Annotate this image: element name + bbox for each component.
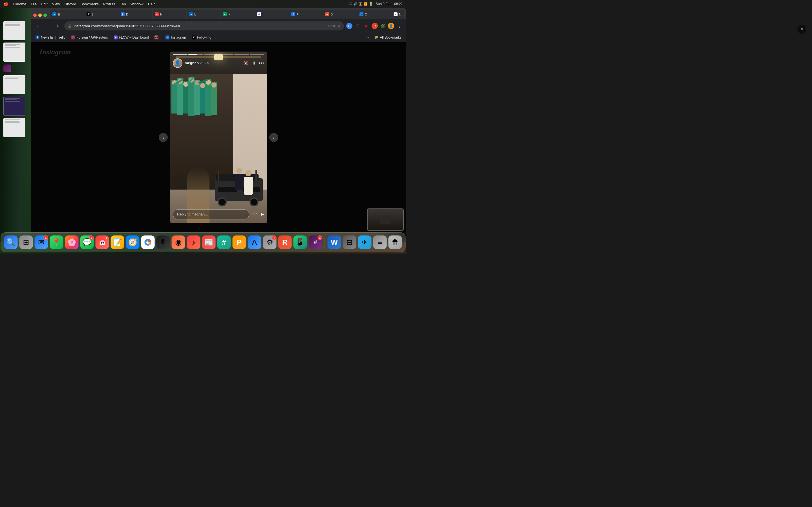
- tab-fb2[interactable]: f F: [289, 10, 323, 19]
- figure-man: [235, 168, 243, 189]
- story-share-button[interactable]: ➤: [260, 211, 264, 217]
- story-reply-input[interactable]: Reply to meghan...: [173, 209, 249, 219]
- menu-chrome[interactable]: Chrome: [13, 2, 26, 6]
- dock-pages[interactable]: P: [233, 235, 246, 249]
- dock-news[interactable]: 📰: [202, 235, 216, 249]
- tab-k[interactable]: K K: [221, 10, 255, 19]
- toolbar-shield-icon[interactable]: 🛡: [354, 22, 361, 30]
- dock-calendar[interactable]: 📅 9: [96, 235, 109, 249]
- bookmark-reuters[interactable]: 🌐 Foreign / AP/Reuters: [69, 34, 110, 41]
- menu-profiles[interactable]: Profiles: [103, 2, 115, 6]
- pip-icon[interactable]: 👁: [333, 24, 336, 28]
- dock-mindnode[interactable]: ◉: [172, 235, 185, 249]
- dock-music[interactable]: ♪: [187, 235, 200, 249]
- thumb-1[interactable]: [3, 21, 26, 40]
- tab-title-outlook: E: [58, 13, 82, 16]
- reply-placeholder: Reply to meghan...: [177, 212, 208, 216]
- settings-icon: ⚙: [266, 238, 273, 247]
- thumb-3[interactable]: [3, 75, 26, 94]
- menu-file[interactable]: File: [31, 2, 37, 6]
- story-username[interactable]: meghan: [185, 61, 199, 65]
- tab-bluesky[interactable]: 🦋 C: [357, 10, 391, 19]
- toolbar-youtube-icon[interactable]: ▶: [363, 22, 370, 30]
- all-bookmarks-label: All Bookmarks: [380, 36, 402, 40]
- apple-menu[interactable]: 🍎: [3, 1, 9, 6]
- dock-voice-memos[interactable]: 🎙: [156, 235, 170, 249]
- close-button[interactable]: [33, 13, 37, 17]
- thumb-2[interactable]: [3, 43, 26, 62]
- tab-notion[interactable]: N N: [391, 10, 404, 19]
- dock-settings[interactable]: ⚙ !: [263, 235, 276, 249]
- bookmark-star-icon[interactable]: ☆: [338, 24, 341, 28]
- bookmark-overflow-btn[interactable]: »: [365, 35, 371, 40]
- thumb-4-dark[interactable]: [3, 97, 26, 116]
- story-next-button[interactable]: ›: [269, 133, 278, 142]
- tab-title-x: (: [92, 13, 116, 16]
- menu-help[interactable]: Help: [148, 2, 156, 6]
- menu-window[interactable]: Window: [130, 2, 143, 6]
- tab-news1[interactable]: N N: [153, 10, 186, 19]
- dock-stacks[interactable]: ≡: [373, 235, 387, 249]
- menu-tab[interactable]: Tab: [120, 2, 126, 6]
- dock-finder[interactable]: 🔍: [4, 235, 18, 249]
- tab-linkedin[interactable]: in L: [187, 10, 220, 19]
- menu-bookmarks[interactable]: Bookmarks: [80, 2, 99, 6]
- dock-numbers[interactable]: #: [217, 235, 231, 249]
- tab-google[interactable]: G I: [255, 10, 289, 19]
- thumb-5[interactable]: [3, 118, 26, 137]
- dock-notes[interactable]: 📝: [111, 235, 124, 249]
- all-bookmarks-btn[interactable]: 📁 All Bookmarks: [372, 34, 404, 41]
- bookmark-favicon-following: 𝕏: [192, 36, 196, 40]
- screen-share-icon[interactable]: ⊡: [328, 24, 331, 28]
- bookmark-trello[interactable]: 📋 News list | Trello: [33, 34, 68, 41]
- tab-x[interactable]: 𝕏 (: [84, 10, 118, 19]
- toolbar-ext-icon[interactable]: 🧩: [379, 22, 387, 30]
- minimize-button[interactable]: [38, 13, 42, 17]
- menu-history[interactable]: History: [64, 2, 76, 6]
- dock-mail[interactable]: ✉ 1: [35, 235, 48, 249]
- dock-photos[interactable]: 🌸: [65, 235, 79, 249]
- tab-outlook[interactable]: E E: [50, 10, 84, 19]
- mail-badge: 1: [44, 235, 48, 240]
- dock-whatsapp[interactable]: 📱: [294, 235, 307, 249]
- story-like-button[interactable]: ♡: [252, 211, 257, 218]
- story-mute-button[interactable]: 🔇: [243, 61, 249, 66]
- dock-chrome[interactable]: [141, 235, 155, 249]
- forward-button[interactable]: ›: [44, 22, 52, 30]
- menu-edit[interactable]: Edit: [41, 2, 47, 6]
- menu-view[interactable]: View: [52, 2, 60, 6]
- dock-safari[interactable]: 🧭: [126, 235, 140, 249]
- dock-appstore[interactable]: A: [248, 235, 261, 249]
- bookmark-flow[interactable]: ◆ FLOW – Dashboard: [111, 34, 151, 41]
- story-pause-button[interactable]: ⏸: [252, 61, 256, 65]
- dock-messages[interactable]: 💬 2: [80, 235, 94, 249]
- dock-reeder[interactable]: R: [278, 235, 292, 249]
- bookmark-following[interactable]: 𝕏 Following: [190, 34, 214, 41]
- toolbar-g-icon[interactable]: G: [346, 23, 352, 29]
- story-more-button[interactable]: •••: [259, 61, 264, 66]
- bookmark-instagram[interactable]: 📷: [152, 34, 162, 41]
- story-prev-button[interactable]: ‹: [159, 133, 168, 142]
- bottom-thumbnail[interactable]: [367, 209, 404, 231]
- more-options-button[interactable]: ⋮: [395, 22, 403, 30]
- dock-telegram[interactable]: ✈: [358, 235, 371, 249]
- toolbar-profile-icon[interactable]: 👤: [388, 23, 394, 29]
- bookmark-mail[interactable]: ✉ Instagram: [163, 34, 188, 41]
- back-button[interactable]: ‹: [34, 22, 42, 30]
- reload-button[interactable]: ↻: [54, 22, 62, 30]
- story-avatar[interactable]: 👤: [173, 58, 183, 68]
- dock-slack[interactable]: # 1: [309, 235, 322, 249]
- calendar-badge: 9: [105, 235, 109, 240]
- progress-bar-5: [234, 54, 249, 55]
- dock-mission-control[interactable]: ⊟: [343, 235, 356, 249]
- dock-maps[interactable]: 📍: [50, 235, 63, 249]
- tab-fb1[interactable]: f D: [118, 10, 152, 19]
- slack-thumbnail[interactable]: [3, 64, 11, 72]
- maximize-button[interactable]: [43, 13, 47, 17]
- dock-launchpad[interactable]: ⊞: [19, 235, 33, 249]
- tab-brave[interactable]: B B: [323, 10, 357, 19]
- dock-word[interactable]: W: [327, 235, 341, 249]
- toolbar-r-icon[interactable]: R: [371, 23, 378, 29]
- dock-trash[interactable]: 🗑: [389, 235, 402, 249]
- url-bar[interactable]: 🔒 instagram.com/stories/meghan/356382575…: [64, 21, 344, 31]
